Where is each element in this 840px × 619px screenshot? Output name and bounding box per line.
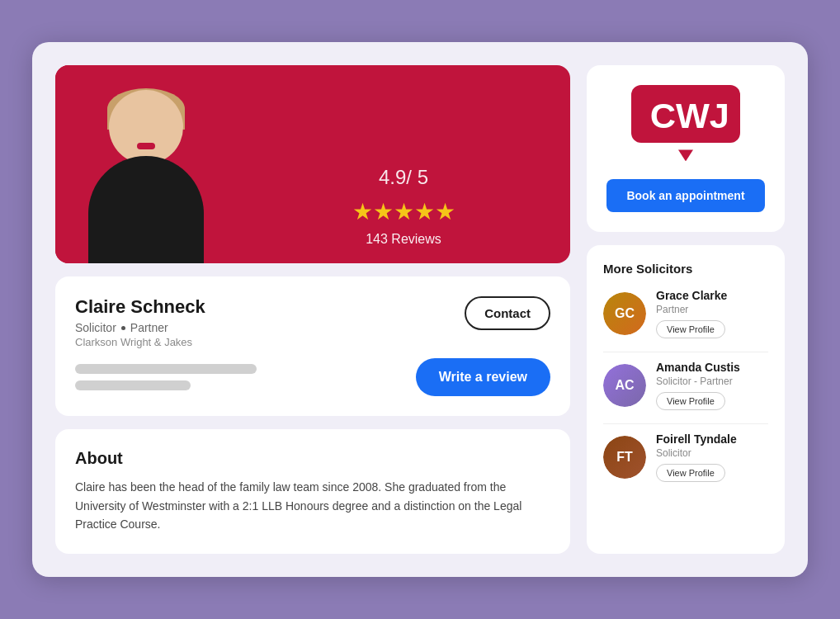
about-heading: About [75, 449, 550, 468]
view-profile-button-foirell[interactable]: View Profile [656, 464, 725, 482]
avatar-grace: GC [603, 292, 646, 335]
profile-card: Claire Schneck Solicitor Partner Clarkso… [55, 276, 570, 416]
profile-info: Claire Schneck Solicitor Partner Clarkso… [75, 296, 205, 348]
avatar-placeholder-foirell: FT [603, 436, 646, 479]
role-text: Partner [130, 321, 168, 334]
body-shape [88, 156, 204, 263]
text-line-2 [75, 380, 191, 390]
stars-display: ★★★★★ [352, 198, 455, 225]
solicitor-name-grace: Grace Clarke [656, 289, 768, 302]
avatar-amanda: AC [603, 364, 646, 407]
solicitor-details-foirell: Foirell Tyndale Solicitor View Profile [656, 432, 768, 482]
dot-separator [121, 326, 125, 330]
text-line-1 [75, 364, 257, 374]
svg-text:CWJ: CWJ [650, 96, 727, 135]
view-profile-button-amanda[interactable]: View Profile [656, 392, 725, 410]
rating-value: 4.9 [379, 166, 406, 188]
solicitor-role-grace: Partner [656, 304, 768, 315]
profile-header: Claire Schneck Solicitor Partner Clarkso… [75, 296, 550, 348]
solicitor-name-amanda: Amanda Custis [656, 361, 768, 374]
cwj-logo-svg: CWJ [644, 93, 727, 135]
view-profile-button-grace[interactable]: View Profile [656, 320, 725, 338]
divider-1 [603, 352, 768, 352]
profile-actions: Write a review [75, 358, 550, 396]
firm-name: Clarkson Wright & Jakes [75, 336, 205, 348]
cwj-logo: CWJ [631, 85, 740, 143]
solicitor-item: FT Foirell Tyndale Solicitor View Profil… [603, 432, 768, 482]
head-shape [109, 90, 183, 164]
rating-display: 4.9/ 5 [379, 144, 428, 191]
hero-stats: 4.9/ 5 ★★★★★ 143 Reviews [237, 127, 570, 263]
write-review-button[interactable]: Write a review [416, 358, 550, 396]
right-column: CWJ Book an appointment More Solicitors … [587, 65, 785, 553]
solicitor-details-grace: Grace Clarke Partner View Profile [656, 289, 768, 338]
more-solicitors-heading: More Solicitors [603, 262, 768, 276]
cwj-card: CWJ Book an appointment [587, 65, 785, 232]
solicitor-name: Claire Schneck [75, 296, 205, 318]
avatar-placeholder-amanda: AC [603, 364, 646, 407]
solicitors-card: More Solicitors GC Grace Clarke Partner … [587, 245, 785, 553]
left-column: 4.9/ 5 ★★★★★ 143 Reviews Claire Schneck … [55, 65, 570, 553]
solicitor-role-foirell: Solicitor [656, 447, 768, 459]
avatar-foirell: FT [603, 436, 646, 479]
profile-title: Solicitor Partner [75, 321, 205, 334]
solicitor-item: AC Amanda Custis Solicitor - Partner Vie… [603, 361, 768, 410]
avatar-placeholder-grace: GC [603, 292, 646, 335]
text-preview-lines [75, 364, 257, 390]
contact-button[interactable]: Contact [465, 296, 550, 330]
divider-2 [603, 423, 768, 424]
about-card: About Claire has been the head of the fa… [55, 429, 570, 553]
rating-suffix: / 5 [406, 166, 428, 188]
solicitor-details-amanda: Amanda Custis Solicitor - Partner View P… [656, 361, 768, 410]
reviews-count: 143 Reviews [366, 232, 441, 247]
hero-card: 4.9/ 5 ★★★★★ 143 Reviews [55, 65, 570, 263]
title-text: Solicitor [75, 321, 116, 334]
profile-photo [55, 65, 237, 263]
about-text: Claire has been the head of the family l… [75, 478, 550, 533]
book-appointment-button[interactable]: Book an appointment [606, 179, 765, 212]
solicitor-role-amanda: Solicitor - Partner [656, 376, 768, 387]
main-container: 4.9/ 5 ★★★★★ 143 Reviews Claire Schneck … [32, 42, 808, 576]
solicitor-item: GC Grace Clarke Partner View Profile [603, 289, 768, 338]
solicitor-name-foirell: Foirell Tyndale [656, 432, 768, 446]
